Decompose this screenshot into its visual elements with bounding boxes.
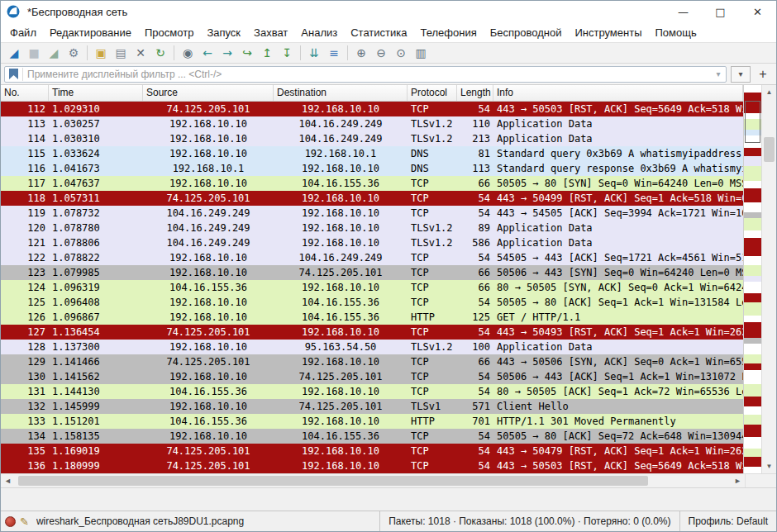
menu-file[interactable]: Файл bbox=[3, 24, 43, 41]
column-header-length[interactable]: Length bbox=[457, 85, 493, 101]
go-to-packet-button[interactable]: ↪ bbox=[237, 44, 257, 62]
menu-capture[interactable]: Захват bbox=[247, 24, 294, 41]
scroll-left-arrow-icon[interactable]: ◄ bbox=[1, 474, 15, 487]
zoom-reset-button[interactable]: ⊙ bbox=[391, 44, 411, 62]
go-last-packet-button[interactable]: ↧ bbox=[277, 44, 297, 62]
cell-info: 50505 → 80 [ACK] Seq=72 Ack=648 Win=1309… bbox=[493, 429, 743, 444]
horizontal-scrollbar-thumb[interactable] bbox=[18, 476, 648, 486]
horizontal-scrollbar-track[interactable] bbox=[15, 474, 731, 487]
menu-statistics[interactable]: Статистика bbox=[344, 24, 413, 41]
packet-row[interactable]: 1261.096867192.168.10.10104.16.155.36HTT… bbox=[1, 310, 743, 325]
scroll-down-arrow-icon[interactable]: ▼ bbox=[762, 459, 776, 473]
packet-row[interactable]: 1151.033624192.168.10.10192.168.10.1DNS8… bbox=[1, 146, 743, 161]
cell-destination: 74.125.205.101 bbox=[274, 265, 408, 280]
close-button[interactable]: ✕ bbox=[739, 1, 776, 22]
menu-help[interactable]: Помощь bbox=[649, 24, 703, 41]
colorize-button[interactable]: ≡ bbox=[324, 44, 344, 62]
minimap-stripe bbox=[744, 148, 761, 156]
packet-row[interactable]: 1181.05731174.125.205.101192.168.10.10TC… bbox=[1, 191, 743, 206]
menu-wireless[interactable]: Беспроводной bbox=[484, 24, 569, 41]
cell-protocol: TCP bbox=[408, 369, 457, 384]
packet-row[interactable]: 1311.144130104.16.155.36192.168.10.10TCP… bbox=[1, 384, 743, 399]
packet-row[interactable]: 1341.158135192.168.10.10104.16.155.36TCP… bbox=[1, 429, 743, 444]
packet-row[interactable]: 1141.030310192.168.10.10104.16.249.249TL… bbox=[1, 131, 743, 146]
resize-columns-button[interactable]: ▥ bbox=[411, 44, 431, 62]
packet-row[interactable]: 1361.18099974.125.205.101192.168.10.10TC… bbox=[1, 458, 743, 473]
menu-tools[interactable]: Инструменты bbox=[568, 24, 648, 41]
column-header-destination[interactable]: Destination bbox=[274, 85, 408, 101]
cell-source: 74.125.205.101 bbox=[143, 354, 274, 369]
packet-row[interactable]: 1271.13645474.125.205.101192.168.10.10TC… bbox=[1, 325, 743, 340]
packet-row[interactable]: 1291.14146674.125.205.101192.168.10.10TC… bbox=[1, 354, 743, 369]
filter-expression-dropdown[interactable]: ▾ bbox=[731, 66, 751, 83]
find-packet-button[interactable]: ◉ bbox=[178, 44, 198, 62]
cell-source: 192.168.10.1 bbox=[143, 161, 274, 176]
packet-row[interactable]: 1121.02931074.125.205.101192.168.10.10TC… bbox=[1, 102, 743, 116]
cell-info: Standard query response 0x3b69 A whatism… bbox=[493, 161, 743, 176]
auto-scroll-button[interactable]: ⇊ bbox=[304, 44, 324, 62]
go-back-button[interactable]: ← bbox=[198, 44, 217, 62]
zoom-in-button[interactable]: ⊕ bbox=[351, 44, 371, 62]
reload-file-button[interactable]: ↻ bbox=[150, 44, 170, 62]
packet-row[interactable]: 1211.078806104.16.249.249192.168.10.10TL… bbox=[1, 235, 743, 250]
packet-row[interactable]: 1281.137300192.168.10.1095.163.54.50TLSv… bbox=[1, 340, 743, 354]
menu-telephony[interactable]: Телефония bbox=[413, 24, 483, 41]
maximize-button[interactable]: □ bbox=[702, 1, 739, 22]
menu-edit[interactable]: Редактирование bbox=[43, 24, 138, 41]
zoom-out-button[interactable]: ⊖ bbox=[371, 44, 391, 62]
add-filter-button[interactable]: + bbox=[755, 66, 771, 83]
capture-comment-icon[interactable]: ✎ bbox=[20, 515, 29, 528]
packet-row[interactable]: 1231.079985192.168.10.1074.125.205.101TC… bbox=[1, 265, 743, 280]
cell-protocol: TCP bbox=[408, 250, 457, 265]
column-header-protocol[interactable]: Protocol bbox=[408, 85, 457, 101]
minimap-stripe bbox=[744, 449, 761, 457]
packet-row[interactable]: 1131.030257192.168.10.10104.16.249.249TL… bbox=[1, 116, 743, 131]
menu-view[interactable]: Просмотр bbox=[138, 24, 200, 41]
packet-row[interactable]: 1321.145999192.168.10.1074.125.205.101TL… bbox=[1, 399, 743, 414]
column-header-no[interactable]: No. bbox=[1, 85, 49, 101]
restart-capture-button[interactable]: ◢ bbox=[44, 44, 64, 62]
vertical-scrollbar-thumb[interactable] bbox=[764, 137, 775, 162]
stop-capture-button[interactable]: ■ bbox=[24, 44, 44, 62]
go-forward-button[interactable]: → bbox=[217, 44, 237, 62]
column-header-info[interactable]: Info bbox=[493, 85, 743, 101]
minimap-stripe bbox=[744, 293, 761, 302]
cell-length: 213 bbox=[457, 131, 493, 146]
vertical-scrollbar-track[interactable] bbox=[762, 99, 776, 459]
packet-row[interactable]: 1331.151201104.16.155.36192.168.10.10HTT… bbox=[1, 414, 743, 429]
cell-protocol: TLSv1 bbox=[408, 399, 457, 414]
close-file-button[interactable]: ✕ bbox=[131, 44, 150, 62]
go-first-packet-button[interactable]: ↥ bbox=[257, 44, 277, 62]
packet-row[interactable]: 1301.141562192.168.10.1074.125.205.101TC… bbox=[1, 369, 743, 384]
open-file-button[interactable]: ▣ bbox=[91, 44, 111, 62]
profile-label[interactable]: Профиль: Default bbox=[679, 511, 777, 531]
cell-protocol: DNS bbox=[408, 146, 457, 161]
column-header-source[interactable]: Source bbox=[143, 85, 274, 101]
capture-options-button[interactable]: ⚙ bbox=[64, 44, 83, 62]
packet-row[interactable]: 1221.078822192.168.10.10104.16.249.249TC… bbox=[1, 250, 743, 265]
cell-length: 81 bbox=[457, 146, 493, 161]
save-file-button[interactable]: ▤ bbox=[111, 44, 131, 62]
status-bar: ✎ wireshark_Беспроводная сетьJ89DU1.pcap… bbox=[1, 511, 776, 531]
packet-row[interactable]: 1201.078780104.16.249.249192.168.10.10TL… bbox=[1, 221, 743, 235]
scroll-right-arrow-icon[interactable]: ► bbox=[731, 474, 745, 487]
expert-info-icon[interactable] bbox=[5, 516, 16, 527]
packet-row[interactable]: 1251.096408192.168.10.10104.16.155.36TCP… bbox=[1, 295, 743, 310]
display-filter-input[interactable] bbox=[23, 67, 711, 82]
packet-row[interactable]: 1351.16901974.125.205.101192.168.10.10TC… bbox=[1, 444, 743, 458]
minimap-view-indicator[interactable] bbox=[745, 101, 760, 144]
packet-row[interactable]: 1161.041673192.168.10.1192.168.10.10DNS1… bbox=[1, 161, 743, 176]
minimize-button[interactable]: — bbox=[665, 1, 702, 22]
menu-analyze[interactable]: Анализ bbox=[294, 24, 344, 41]
filter-bookmark-icon[interactable] bbox=[9, 69, 18, 79]
column-header-time[interactable]: Time bbox=[49, 85, 143, 101]
start-capture-button[interactable]: ◢ bbox=[4, 44, 24, 62]
packet-row[interactable]: 1191.078732104.16.249.249192.168.10.10TC… bbox=[1, 206, 743, 221]
packet-row[interactable]: 1241.096319104.16.155.36192.168.10.10TCP… bbox=[1, 280, 743, 295]
scroll-up-arrow-icon[interactable]: ▲ bbox=[762, 85, 776, 99]
filter-history-chevron-icon[interactable]: ▾ bbox=[711, 69, 726, 78]
menu-go[interactable]: Запуск bbox=[200, 24, 247, 41]
packet-row[interactable]: 1171.047637192.168.10.10104.16.155.36TCP… bbox=[1, 176, 743, 191]
cell-protocol: TLSv1.2 bbox=[408, 340, 457, 354]
packet-minimap-scrollbar[interactable] bbox=[743, 85, 761, 473]
